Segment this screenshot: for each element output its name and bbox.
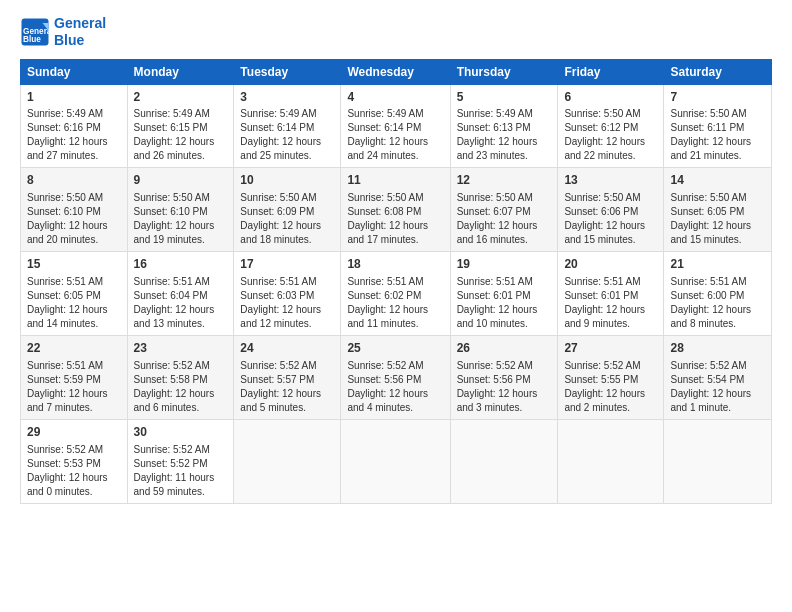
cell-line: and 6 minutes. bbox=[134, 401, 228, 415]
cell-line: Sunset: 6:11 PM bbox=[670, 121, 765, 135]
logo-icon: General Blue bbox=[20, 17, 50, 47]
calendar-cell bbox=[664, 419, 772, 503]
cell-line: and 7 minutes. bbox=[27, 401, 121, 415]
cell-line: Sunrise: 5:51 AM bbox=[564, 275, 657, 289]
cell-line: Sunrise: 5:52 AM bbox=[240, 359, 334, 373]
day-number: 16 bbox=[134, 256, 228, 273]
cell-line: Sunset: 6:13 PM bbox=[457, 121, 552, 135]
cell-line: Sunset: 6:09 PM bbox=[240, 205, 334, 219]
cell-line: and 4 minutes. bbox=[347, 401, 443, 415]
cell-line: and 15 minutes. bbox=[564, 233, 657, 247]
calendar-cell: 15Sunrise: 5:51 AMSunset: 6:05 PMDayligh… bbox=[21, 252, 128, 336]
cell-line: Daylight: 12 hours bbox=[27, 135, 121, 149]
col-header-monday: Monday bbox=[127, 59, 234, 84]
cell-line: Sunset: 6:06 PM bbox=[564, 205, 657, 219]
cell-line: Daylight: 12 hours bbox=[670, 303, 765, 317]
cell-line: and 21 minutes. bbox=[670, 149, 765, 163]
day-number: 15 bbox=[27, 256, 121, 273]
page: General Blue General Blue SundayMondayTu… bbox=[0, 0, 792, 612]
cell-line: Sunrise: 5:49 AM bbox=[134, 107, 228, 121]
cell-line: Sunrise: 5:50 AM bbox=[134, 191, 228, 205]
calendar-cell: 7Sunrise: 5:50 AMSunset: 6:11 PMDaylight… bbox=[664, 84, 772, 168]
day-number: 11 bbox=[347, 172, 443, 189]
day-number: 19 bbox=[457, 256, 552, 273]
day-number: 4 bbox=[347, 89, 443, 106]
header: General Blue General Blue bbox=[20, 15, 772, 49]
day-number: 12 bbox=[457, 172, 552, 189]
cell-line: and 0 minutes. bbox=[27, 485, 121, 499]
cell-line: and 11 minutes. bbox=[347, 317, 443, 331]
calendar-cell: 28Sunrise: 5:52 AMSunset: 5:54 PMDayligh… bbox=[664, 335, 772, 419]
day-number: 5 bbox=[457, 89, 552, 106]
week-row-2: 15Sunrise: 5:51 AMSunset: 6:05 PMDayligh… bbox=[21, 252, 772, 336]
calendar-cell: 19Sunrise: 5:51 AMSunset: 6:01 PMDayligh… bbox=[450, 252, 558, 336]
cell-line: and 19 minutes. bbox=[134, 233, 228, 247]
calendar-cell: 18Sunrise: 5:51 AMSunset: 6:02 PMDayligh… bbox=[341, 252, 450, 336]
col-header-friday: Friday bbox=[558, 59, 664, 84]
cell-line: Sunrise: 5:50 AM bbox=[240, 191, 334, 205]
calendar-cell: 9Sunrise: 5:50 AMSunset: 6:10 PMDaylight… bbox=[127, 168, 234, 252]
cell-line: Daylight: 12 hours bbox=[670, 387, 765, 401]
col-header-saturday: Saturday bbox=[664, 59, 772, 84]
day-number: 29 bbox=[27, 424, 121, 441]
cell-line: Sunset: 6:00 PM bbox=[670, 289, 765, 303]
cell-line: Daylight: 12 hours bbox=[240, 219, 334, 233]
cell-line: Sunset: 6:02 PM bbox=[347, 289, 443, 303]
calendar-cell: 12Sunrise: 5:50 AMSunset: 6:07 PMDayligh… bbox=[450, 168, 558, 252]
day-number: 9 bbox=[134, 172, 228, 189]
cell-line: Sunrise: 5:52 AM bbox=[27, 443, 121, 457]
calendar-cell: 5Sunrise: 5:49 AMSunset: 6:13 PMDaylight… bbox=[450, 84, 558, 168]
cell-line: Sunrise: 5:52 AM bbox=[347, 359, 443, 373]
cell-line: and 23 minutes. bbox=[457, 149, 552, 163]
header-row: SundayMondayTuesdayWednesdayThursdayFrid… bbox=[21, 59, 772, 84]
cell-line: Sunset: 5:52 PM bbox=[134, 457, 228, 471]
cell-line: Sunrise: 5:49 AM bbox=[27, 107, 121, 121]
calendar-table: SundayMondayTuesdayWednesdayThursdayFrid… bbox=[20, 59, 772, 504]
cell-line: Sunset: 6:16 PM bbox=[27, 121, 121, 135]
day-number: 27 bbox=[564, 340, 657, 357]
cell-line: Sunrise: 5:52 AM bbox=[564, 359, 657, 373]
cell-line: and 59 minutes. bbox=[134, 485, 228, 499]
calendar-cell: 2Sunrise: 5:49 AMSunset: 6:15 PMDaylight… bbox=[127, 84, 234, 168]
cell-line: and 16 minutes. bbox=[457, 233, 552, 247]
day-number: 8 bbox=[27, 172, 121, 189]
cell-line: Sunset: 6:03 PM bbox=[240, 289, 334, 303]
cell-line: Daylight: 12 hours bbox=[240, 387, 334, 401]
cell-line: Sunset: 6:01 PM bbox=[564, 289, 657, 303]
col-header-wednesday: Wednesday bbox=[341, 59, 450, 84]
cell-line: Daylight: 12 hours bbox=[670, 135, 765, 149]
day-number: 10 bbox=[240, 172, 334, 189]
cell-line: and 1 minute. bbox=[670, 401, 765, 415]
day-number: 25 bbox=[347, 340, 443, 357]
day-number: 22 bbox=[27, 340, 121, 357]
calendar-cell: 25Sunrise: 5:52 AMSunset: 5:56 PMDayligh… bbox=[341, 335, 450, 419]
calendar-cell bbox=[341, 419, 450, 503]
calendar-cell bbox=[558, 419, 664, 503]
calendar-cell: 16Sunrise: 5:51 AMSunset: 6:04 PMDayligh… bbox=[127, 252, 234, 336]
cell-line: Daylight: 12 hours bbox=[347, 303, 443, 317]
calendar-cell: 14Sunrise: 5:50 AMSunset: 6:05 PMDayligh… bbox=[664, 168, 772, 252]
cell-line: and 12 minutes. bbox=[240, 317, 334, 331]
cell-line: Sunset: 5:55 PM bbox=[564, 373, 657, 387]
cell-line: Sunrise: 5:51 AM bbox=[27, 275, 121, 289]
cell-line: Daylight: 12 hours bbox=[27, 219, 121, 233]
cell-line: and 3 minutes. bbox=[457, 401, 552, 415]
cell-line: Daylight: 12 hours bbox=[240, 303, 334, 317]
cell-line: Daylight: 12 hours bbox=[134, 303, 228, 317]
cell-line: Sunset: 6:05 PM bbox=[27, 289, 121, 303]
calendar-cell: 10Sunrise: 5:50 AMSunset: 6:09 PMDayligh… bbox=[234, 168, 341, 252]
cell-line: Daylight: 12 hours bbox=[564, 219, 657, 233]
cell-line: Daylight: 12 hours bbox=[457, 135, 552, 149]
cell-line: and 10 minutes. bbox=[457, 317, 552, 331]
day-number: 7 bbox=[670, 89, 765, 106]
calendar-cell: 4Sunrise: 5:49 AMSunset: 6:14 PMDaylight… bbox=[341, 84, 450, 168]
cell-line: Sunrise: 5:52 AM bbox=[670, 359, 765, 373]
cell-line: Sunset: 6:10 PM bbox=[27, 205, 121, 219]
cell-line: Daylight: 12 hours bbox=[457, 387, 552, 401]
cell-line: and 15 minutes. bbox=[670, 233, 765, 247]
day-number: 26 bbox=[457, 340, 552, 357]
cell-line: Sunset: 6:12 PM bbox=[564, 121, 657, 135]
cell-line: Sunrise: 5:49 AM bbox=[240, 107, 334, 121]
calendar-cell: 26Sunrise: 5:52 AMSunset: 5:56 PMDayligh… bbox=[450, 335, 558, 419]
cell-line: and 14 minutes. bbox=[27, 317, 121, 331]
